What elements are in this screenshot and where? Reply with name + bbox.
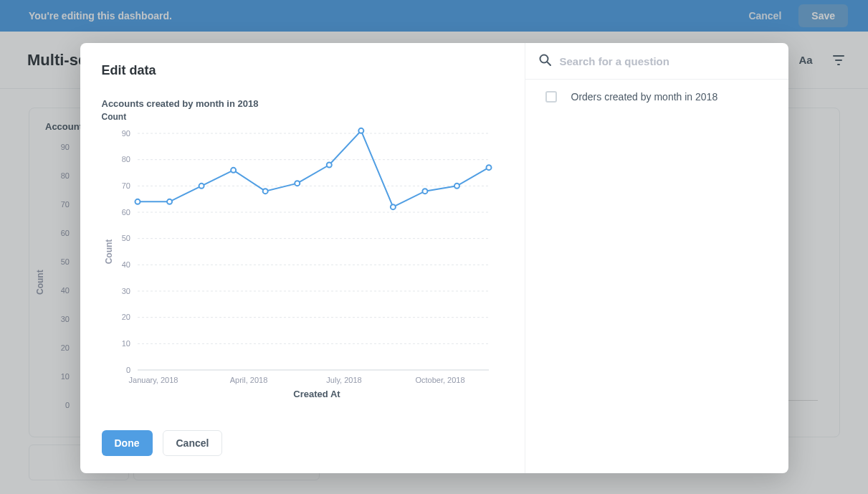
data-point[interactable] xyxy=(262,189,267,194)
svg-text:60: 60 xyxy=(121,208,130,217)
question-label: Orders created by month in 2018 xyxy=(571,91,718,103)
modal-left-pane: Edit data Accounts created by month in 2… xyxy=(80,43,525,473)
x-axis-label: Created At xyxy=(293,389,340,399)
svg-text:20: 20 xyxy=(121,313,130,321)
svg-text:January, 2018: January, 2018 xyxy=(128,376,178,384)
modal-right-pane: Orders created by month in 2018 xyxy=(525,43,788,473)
chart-area: 90 80 70 60 50 40 30 20 10 0 Count xyxy=(102,126,503,399)
svg-text:50: 50 xyxy=(121,234,130,242)
data-point[interactable] xyxy=(390,204,395,209)
y-axis-label: Count xyxy=(104,239,114,265)
svg-text:April, 2018: April, 2018 xyxy=(229,376,267,384)
svg-text:90: 90 xyxy=(121,129,130,138)
svg-text:30: 30 xyxy=(121,287,130,295)
line-chart: 90 80 70 60 50 40 30 20 10 0 Count xyxy=(102,126,503,399)
data-point[interactable] xyxy=(486,165,491,170)
done-button[interactable]: Done xyxy=(102,430,153,456)
modal-footer: Done Cancel xyxy=(102,422,503,456)
data-point[interactable] xyxy=(422,189,427,194)
modal-heading: Edit data xyxy=(102,63,503,78)
chart-title: Accounts created by month in 2018 xyxy=(102,98,503,109)
y-ticks: 90 80 70 60 50 40 30 20 10 0 xyxy=(121,129,130,374)
question-search-row xyxy=(525,43,788,80)
data-point[interactable] xyxy=(167,199,172,204)
svg-text:70: 70 xyxy=(121,181,130,190)
data-point[interactable] xyxy=(358,128,363,133)
svg-text:10: 10 xyxy=(121,339,130,348)
data-point[interactable] xyxy=(199,184,204,189)
data-point[interactable] xyxy=(326,163,331,168)
svg-line-25 xyxy=(547,62,550,66)
search-input[interactable] xyxy=(560,55,776,67)
data-point[interactable] xyxy=(295,181,300,186)
question-option[interactable]: Orders created by month in 2018 xyxy=(525,80,788,114)
svg-text:October, 2018: October, 2018 xyxy=(415,376,464,384)
search-icon xyxy=(538,53,551,69)
data-point[interactable] xyxy=(135,199,140,204)
checkbox-icon[interactable] xyxy=(545,91,557,103)
cancel-button[interactable]: Cancel xyxy=(163,430,223,456)
edit-data-modal: Edit data Accounts created by month in 2… xyxy=(80,43,788,473)
svg-text:40: 40 xyxy=(121,260,130,269)
modal-overlay: Edit data Accounts created by month in 2… xyxy=(0,0,868,494)
data-point[interactable] xyxy=(231,168,236,173)
svg-text:July, 2018: July, 2018 xyxy=(326,376,361,384)
chart-series-label: Count xyxy=(102,112,503,122)
svg-text:80: 80 xyxy=(121,155,130,163)
series xyxy=(135,128,491,209)
x-ticks: January, 2018 April, 2018 July, 2018 Oct… xyxy=(128,376,464,384)
svg-text:0: 0 xyxy=(125,366,130,374)
data-point[interactable] xyxy=(454,184,459,189)
gridlines xyxy=(138,133,489,370)
